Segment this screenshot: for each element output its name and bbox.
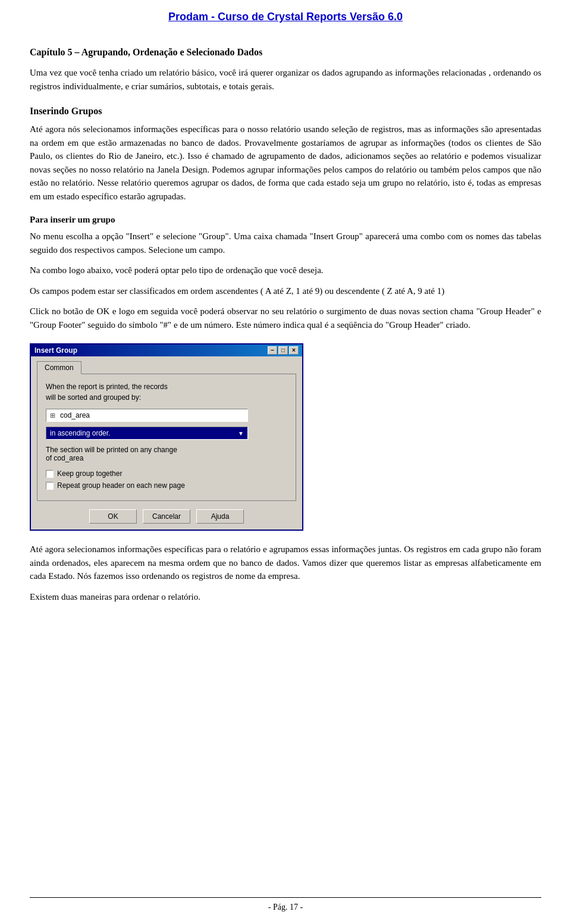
paragraph-7: Até agora selecionamos informações espec… — [30, 543, 541, 583]
note-line1: The section will be printed on any chang… — [46, 446, 177, 454]
field-value: cod_area — [60, 411, 90, 419]
select-arrow-icon: ▼ — [238, 430, 244, 437]
tab-common[interactable]: Common — [37, 361, 81, 374]
cancel-button[interactable]: Cancelar — [143, 509, 190, 524]
maximize-button[interactable]: □ — [278, 346, 288, 355]
page-footer: - Pág. 17 - — [30, 897, 541, 912]
select-value: in ascending order. — [50, 429, 110, 437]
minimize-button[interactable]: – — [268, 346, 277, 355]
repeat-header-checkbox[interactable] — [46, 482, 54, 490]
dialog-container: Insert Group – □ × Common When the repor… — [30, 343, 541, 531]
field-row: ⊞ cod_area — [46, 409, 287, 422]
paragraph-6: Click no botão de OK e logo em seguida v… — [30, 305, 541, 331]
checkbox-repeat-header-row: Repeat group header on each new page — [46, 481, 287, 490]
tab-strip: Common — [37, 361, 296, 374]
dialog-body: Common When the report is printed, the r… — [31, 356, 302, 530]
dialog-title: Insert Group — [34, 346, 77, 355]
paragraph-3: No menu escolha a opção "Insert" e selec… — [30, 230, 541, 256]
page-header: Prodam - Curso de Crystal Reports Versão… — [0, 0, 571, 29]
keep-group-label: Keep group together — [57, 469, 122, 478]
section-inserindo-grupos: Inserindo Grupos — [30, 106, 541, 117]
label-line1: When the report is printed, the records — [46, 383, 168, 391]
field-icon: ⊞ — [50, 412, 55, 419]
page-number: - Pág. 17 - — [268, 903, 303, 912]
ok-button[interactable]: OK — [89, 509, 137, 524]
label-line2: will be sorted and grouped by: — [46, 393, 141, 402]
help-button[interactable]: Ajuda — [196, 509, 244, 524]
keep-group-checkbox[interactable] — [46, 470, 54, 478]
site-title: Prodam - Curso de Crystal Reports Versão… — [0, 11, 571, 23]
close-button[interactable]: × — [289, 346, 299, 355]
paragraph-5: Os campos podem estar ser classificados … — [30, 284, 541, 298]
select-row: in ascending order. ▼ — [46, 427, 287, 440]
paragraph-2: Até agora nós selecionamos informações e… — [30, 123, 541, 203]
insert-group-dialog: Insert Group – □ × Common When the repor… — [30, 343, 303, 531]
page-content: Capítulo 5 – Agrupando, Ordenação e Sele… — [0, 29, 571, 646]
dialog-titlebar: Insert Group – □ × — [31, 344, 302, 356]
chapter-title: Capítulo 5 – Agrupando, Ordenação e Sele… — [30, 47, 541, 58]
dialog-label-sorted: When the report is printed, the records … — [46, 381, 287, 403]
field-input[interactable]: ⊞ cod_area — [46, 409, 248, 422]
paragraph-4: Na combo logo abaixo, você poderá optar … — [30, 264, 541, 277]
tab-content: When the report is printed, the records … — [37, 374, 296, 501]
section-para-inserir: Para inserir um grupo — [30, 215, 541, 225]
repeat-header-label: Repeat group header on each new page — [57, 481, 185, 490]
titlebar-buttons: – □ × — [268, 346, 299, 355]
paragraph-8: Existem duas maneiras para ordenar o rel… — [30, 590, 541, 604]
note-line2: of cod_area — [46, 454, 83, 462]
paragraph-1: Uma vez que você tenha criado um relatór… — [30, 66, 541, 93]
dialog-note: The section will be printed on any chang… — [46, 446, 287, 462]
dialog-buttons: OK Cancelar Ajuda — [37, 509, 296, 524]
checkbox-keep-group-row: Keep group together — [46, 469, 287, 478]
order-select[interactable]: in ascending order. ▼ — [46, 427, 248, 440]
